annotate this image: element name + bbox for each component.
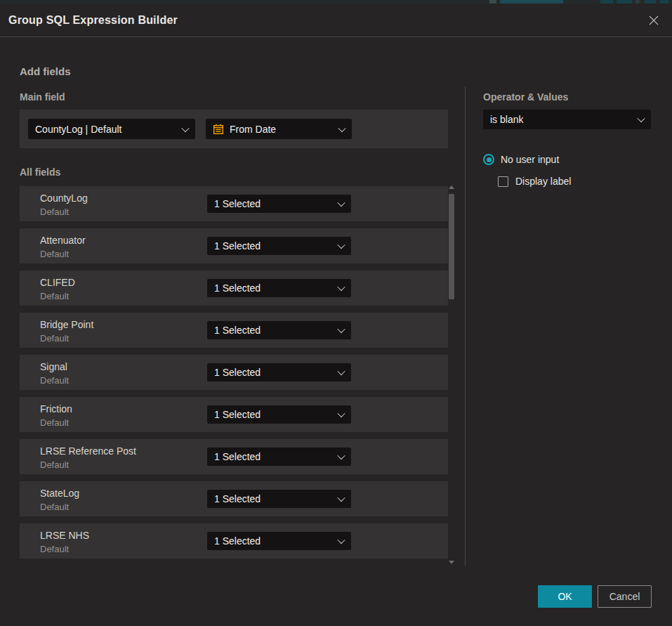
field-sublabel: Default	[40, 291, 69, 301]
field-row: Attenuator Default 1 Selected	[20, 228, 448, 263]
field-sublabel: Default	[40, 375, 69, 386]
field-sublabel: Default	[40, 544, 69, 554]
scrollbar-up-arrow-icon[interactable]	[449, 185, 454, 189]
all-fields-label: All fields	[20, 167, 60, 178]
group-sql-expression-builder-dialog: Group SQL Expression Builder Add fields …	[0, 4, 672, 626]
chevron-down-icon	[338, 124, 345, 131]
field-row: CountyLog Default 1 Selected	[20, 186, 448, 221]
add-fields-heading: Add fields	[20, 65, 71, 77]
operator-dropdown[interactable]: is blank	[483, 110, 651, 129]
cancel-button[interactable]: Cancel	[598, 585, 652, 608]
selection-dropdown-value: 1 Selected	[214, 282, 261, 294]
selection-dropdown-value: 1 Selected	[214, 367, 261, 378]
field-name: LRSE NHS	[40, 530, 89, 541]
selection-dropdown-value: 1 Selected	[214, 240, 261, 252]
selection-dropdown-value: 1 Selected	[214, 409, 261, 420]
field-sublabel: Default	[40, 417, 69, 428]
field-name: Friction	[40, 403, 72, 415]
field-dropdown-value: From Date	[230, 124, 276, 135]
fields-list-scrollbar[interactable]	[447, 184, 456, 566]
chevron-down-icon	[637, 115, 645, 122]
field-name: Attenuator	[40, 235, 86, 246]
field-row: Friction Default 1 Selected	[20, 397, 448, 432]
dialog-title: Group SQL Expression Builder	[8, 14, 178, 27]
field-row: CLIFED Default 1 Selected	[20, 270, 448, 306]
field-selection-dropdown[interactable]: 1 Selected	[207, 490, 351, 508]
chevron-down-icon	[337, 536, 345, 544]
field-selection-dropdown[interactable]: 1 Selected	[207, 279, 351, 297]
operator-values-label: Operator & Values	[483, 91, 568, 103]
display-label-text: Display label	[515, 176, 571, 187]
chevron-down-icon	[337, 494, 345, 502]
display-label-checkbox[interactable]: Display label	[498, 176, 571, 187]
field-selection-dropdown[interactable]: 1 Selected	[207, 448, 351, 466]
scrollbar-thumb[interactable]	[449, 194, 454, 299]
selection-dropdown-value: 1 Selected	[214, 535, 261, 547]
selection-dropdown-value: 1 Selected	[214, 325, 261, 336]
field-row: LRSE Reference Post Default 1 Selected	[20, 439, 448, 474]
chevron-down-icon	[337, 325, 345, 333]
field-selection-dropdown[interactable]: 1 Selected	[207, 532, 351, 550]
no-user-input-label: No user input	[501, 154, 559, 165]
field-sublabel: Default	[40, 459, 69, 470]
selection-dropdown-value: 1 Selected	[214, 198, 261, 209]
field-row: Signal Default 1 Selected	[20, 355, 448, 390]
field-selection-dropdown[interactable]: 1 Selected	[207, 405, 351, 424]
field-name: Bridge Point	[40, 319, 93, 330]
field-name: CountyLog	[40, 193, 88, 204]
main-field-panel: CountyLog | Default From Date	[20, 110, 448, 148]
field-row: LRSE NHS Default 1 Selected	[20, 523, 448, 559]
field-sublabel: Default	[40, 502, 69, 512]
chevron-down-icon	[337, 241, 345, 249]
chevron-down-icon	[181, 124, 189, 131]
calendar-date-icon	[213, 124, 224, 135]
field-selection-dropdown[interactable]: 1 Selected	[207, 363, 351, 382]
chevron-down-icon	[337, 199, 345, 207]
operator-dropdown-value: is blank	[490, 114, 523, 125]
field-name: StateLog	[40, 488, 79, 499]
selection-dropdown-value: 1 Selected	[214, 451, 261, 462]
field-sublabel: Default	[40, 207, 69, 217]
field-name: CLIFED	[40, 277, 75, 288]
field-row: Bridge Point Default 1 Selected	[20, 313, 448, 348]
scrollbar-down-arrow-icon[interactable]	[449, 561, 454, 564]
radio-selected-icon	[483, 154, 494, 165]
all-fields-list: CountyLog Default 1 Selected Attenuator …	[20, 186, 448, 566]
field-selection-dropdown[interactable]: 1 Selected	[207, 195, 351, 213]
no-user-input-radio[interactable]: No user input	[483, 154, 559, 165]
selection-dropdown-value: 1 Selected	[214, 493, 261, 504]
chevron-down-icon	[337, 452, 345, 459]
field-sublabel: Default	[40, 249, 69, 259]
main-field-field-dropdown[interactable]: From Date	[206, 119, 352, 139]
chevron-down-icon	[337, 283, 345, 291]
ok-button[interactable]: OK	[538, 585, 592, 608]
checkbox-unchecked-icon	[498, 176, 508, 187]
close-icon[interactable]	[647, 13, 661, 27]
field-selection-dropdown[interactable]: 1 Selected	[207, 237, 351, 255]
main-field-label: Main field	[20, 91, 65, 103]
chevron-down-icon	[337, 367, 345, 375]
main-field-layer-dropdown[interactable]: CountyLog | Default	[28, 119, 195, 139]
field-row: StateLog Default 1 Selected	[20, 481, 448, 516]
layer-dropdown-value: CountyLog | Default	[35, 124, 122, 135]
dialog-header: Group SQL Expression Builder	[0, 4, 672, 37]
field-name: Signal	[40, 361, 67, 372]
field-name: LRSE Reference Post	[40, 445, 136, 457]
chevron-down-icon	[337, 410, 345, 417]
field-selection-dropdown[interactable]: 1 Selected	[207, 321, 351, 339]
field-sublabel: Default	[40, 333, 69, 344]
column-divider	[465, 86, 466, 566]
